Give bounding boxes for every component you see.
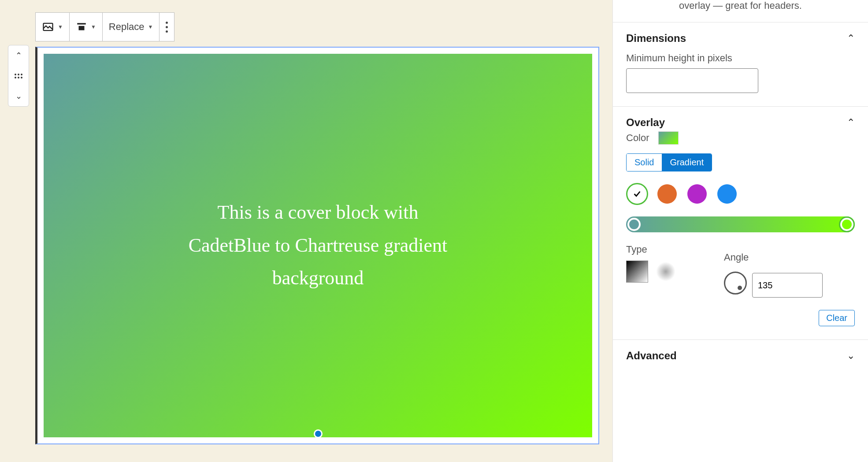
align-button[interactable]: ▼ xyxy=(70,13,103,41)
overlay-header[interactable]: Overlay ⌃ xyxy=(626,116,855,129)
tab-gradient[interactable]: Gradient xyxy=(662,154,712,171)
gradient-bar[interactable] xyxy=(626,216,855,232)
help-text: overlay — great for headers. xyxy=(613,0,868,22)
overlay-tabgroup: Solid Gradient xyxy=(626,153,712,171)
replace-label: Replace xyxy=(109,21,145,33)
color-label: Color xyxy=(626,132,649,144)
min-height-input[interactable] xyxy=(626,68,758,93)
cover-text[interactable]: This is a cover block with CadetBlue to … xyxy=(182,196,455,295)
type-radial-button[interactable] xyxy=(656,262,675,281)
overlay-panel: Overlay ⌃ Color Solid Gradient Type xyxy=(613,106,868,339)
clear-button[interactable]: Clear xyxy=(819,310,855,326)
chevron-down-icon: ▼ xyxy=(91,24,96,30)
align-icon xyxy=(76,21,87,33)
dimensions-title: Dimensions xyxy=(626,32,686,45)
type-linear-button[interactable] xyxy=(626,261,648,283)
angle-dial[interactable] xyxy=(724,272,747,294)
drag-icon xyxy=(15,74,22,78)
svg-rect-1 xyxy=(77,23,86,24)
block-type-button[interactable]: ▼ xyxy=(36,13,70,41)
chevron-down-icon: ▼ xyxy=(58,24,63,30)
gradient-preset-3[interactable] xyxy=(686,183,708,205)
gradient-stop-end[interactable] xyxy=(840,218,853,231)
advanced-panel: Advanced ⌄ xyxy=(613,339,868,375)
angle-input[interactable] xyxy=(752,273,823,298)
gradient-preset-4[interactable] xyxy=(716,183,738,205)
chevron-down-icon: ▼ xyxy=(148,24,153,30)
gradient-stop-start[interactable] xyxy=(627,218,641,231)
drag-handle[interactable] xyxy=(8,66,29,86)
svg-rect-2 xyxy=(78,26,84,30)
gradient-preset-2[interactable] xyxy=(656,183,678,205)
min-height-label: Minimum height in pixels xyxy=(626,52,855,64)
gradient-preset-1[interactable] xyxy=(626,183,648,205)
dimensions-panel: Dimensions ⌃ Minimum height in pixels xyxy=(613,22,868,106)
settings-sidebar: overlay — great for headers. Dimensions … xyxy=(612,0,868,462)
editor-canvas: ▼ ▼ Replace ▼ This is a cover block with… xyxy=(35,12,599,444)
advanced-title: Advanced xyxy=(626,350,677,362)
chevron-up-icon: ⌃ xyxy=(847,117,855,128)
block-mover: ⌃ ⌄ xyxy=(8,45,29,107)
more-options-button[interactable] xyxy=(160,13,174,41)
more-icon xyxy=(166,22,168,33)
chevron-up-icon: ⌃ xyxy=(847,33,855,44)
tab-solid[interactable]: Solid xyxy=(627,154,662,171)
block-toolbar: ▼ ▼ Replace ▼ xyxy=(35,12,174,41)
gradient-presets xyxy=(626,183,855,205)
overlay-title: Overlay xyxy=(626,116,665,129)
advanced-header[interactable]: Advanced ⌄ xyxy=(626,350,855,362)
dimensions-header[interactable]: Dimensions ⌃ xyxy=(626,32,855,45)
replace-button[interactable]: Replace ▼ xyxy=(103,13,160,41)
cover-block[interactable]: This is a cover block with CadetBlue to … xyxy=(44,54,592,437)
check-icon xyxy=(632,189,642,199)
angle-label: Angle xyxy=(724,252,823,263)
image-icon xyxy=(42,21,54,33)
cover-block-selection[interactable]: This is a cover block with CadetBlue to … xyxy=(35,47,599,444)
move-up-button[interactable]: ⌃ xyxy=(8,45,29,66)
chevron-down-icon: ⌄ xyxy=(847,350,855,361)
current-gradient-swatch[interactable] xyxy=(658,131,679,145)
resize-handle[interactable] xyxy=(314,429,323,438)
type-label: Type xyxy=(626,244,675,255)
move-down-button[interactable]: ⌄ xyxy=(8,86,29,106)
